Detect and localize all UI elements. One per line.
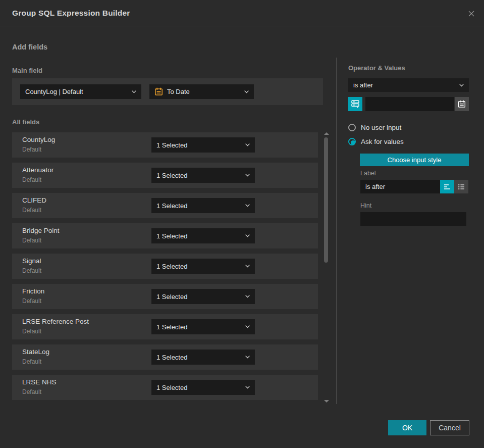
field-subtitle: Default: [22, 358, 41, 365]
field-name: LRSE NHS: [22, 378, 57, 386]
field-subtitle: Default: [22, 267, 41, 274]
close-icon: [467, 9, 476, 18]
chevron-down-icon: [245, 143, 250, 146]
field-name: LRSE Reference Post: [22, 318, 89, 325]
panel-divider: [336, 58, 337, 404]
chevron-down-icon: [244, 90, 249, 93]
input-style-single-toggle[interactable]: [440, 180, 454, 193]
field-values-selected: 1 Selected: [156, 293, 245, 301]
radio-no-user-input[interactable]: No user input: [348, 124, 401, 131]
main-field-label: Main field: [12, 67, 42, 74]
close-button[interactable]: [466, 8, 477, 19]
all-fields-label: All fields: [12, 118, 39, 126]
input-style-list-toggle[interactable]: [454, 180, 468, 193]
field-name: Attenuator: [22, 166, 53, 174]
chevron-down-icon: [245, 204, 250, 207]
field-row: Signal Default 1 Selected: [12, 254, 318, 279]
field-subtitle: Default: [22, 207, 41, 214]
ok-button[interactable]: OK: [388, 420, 426, 435]
field-subtitle: Default: [22, 146, 41, 153]
field-values-selected: 1 Selected: [156, 232, 245, 240]
field-values-select[interactable]: 1 Selected: [151, 168, 255, 183]
titlebar: Group SQL Expression Builder: [0, 0, 484, 26]
field-name: CountyLog: [22, 136, 55, 143]
field-row: CLIFED Default 1 Selected: [12, 193, 318, 218]
stacked-list-icon: [351, 100, 359, 108]
radio-selected-icon: [348, 138, 356, 145]
value-source-button[interactable]: [348, 97, 362, 111]
field-values-select[interactable]: 1 Selected: [151, 259, 255, 274]
radio-ask-for-values[interactable]: Ask for values: [348, 138, 404, 145]
field-values-selected: 1 Selected: [156, 141, 245, 149]
hint-input[interactable]: [360, 212, 466, 226]
operator-select-value: is after: [353, 81, 459, 89]
field-row: Bridge Point Default 1 Selected: [12, 223, 318, 248]
field-name: Signal: [22, 257, 41, 265]
field-values-select[interactable]: 1 Selected: [151, 350, 255, 365]
add-fields-heading: Add fields: [12, 43, 47, 51]
chevron-down-icon: [245, 174, 250, 177]
field-row: Friction Default 1 Selected: [12, 284, 318, 309]
field-values-select[interactable]: 1 Selected: [151, 137, 255, 153]
chevron-down-icon: [132, 90, 136, 93]
main-field-select[interactable]: CountyLog | Default: [20, 84, 141, 99]
date-picker-button[interactable]: [455, 97, 469, 111]
operator-select[interactable]: is after: [348, 78, 469, 92]
field-values-selected: 1 Selected: [156, 323, 245, 331]
align-left-icon: [444, 184, 451, 190]
calendar-icon: [154, 87, 163, 96]
field-row: StateLog Default 1 Selected: [12, 344, 318, 370]
main-field-select-value: CountyLog | Default: [25, 88, 132, 95]
field-row: LRSE Reference Post Default 1 Selected: [12, 314, 318, 339]
chevron-down-icon: [245, 386, 250, 389]
chevron-down-icon: [245, 234, 250, 237]
operator-values-heading: Operator & Values: [348, 64, 405, 72]
chevron-down-icon: [459, 84, 464, 87]
value-input[interactable]: [365, 97, 454, 111]
radio-circle-icon: [348, 124, 356, 131]
scrollbar-up-arrow-icon[interactable]: [324, 132, 329, 135]
field-values-select[interactable]: 1 Selected: [151, 228, 255, 243]
calendar-icon: [458, 100, 466, 108]
group-sql-expression-builder-dialog: Group SQL Expression Builder Add fields …: [0, 0, 484, 448]
label-caption: Label: [360, 170, 376, 177]
field-row: CountyLog Default 1 Selected: [12, 132, 318, 158]
field-subtitle: Default: [22, 328, 41, 335]
hint-caption: Hint: [360, 202, 371, 209]
field-subtitle: Default: [22, 297, 41, 305]
dialog-title: Group SQL Expression Builder: [12, 0, 130, 26]
field-row: Attenuator Default 1 Selected: [12, 163, 318, 188]
field-values-selected: 1 Selected: [156, 263, 245, 270]
scrollbar-down-arrow-icon[interactable]: [324, 400, 329, 403]
field-values-selected: 1 Selected: [156, 172, 245, 179]
field-row: LRSE NHS Default 1 Selected: [12, 375, 318, 400]
choose-input-style-button[interactable]: Choose input style: [360, 154, 469, 166]
field-values-selected: 1 Selected: [156, 384, 245, 391]
cancel-button[interactable]: Cancel: [430, 420, 469, 435]
main-field-date-value: To Date: [167, 88, 240, 95]
field-subtitle: Default: [22, 237, 41, 244]
chevron-down-icon: [245, 356, 250, 359]
main-field-date-select[interactable]: To Date: [149, 84, 254, 99]
field-name: Bridge Point: [22, 227, 60, 234]
label-input[interactable]: [360, 180, 440, 193]
field-values-select[interactable]: 1 Selected: [151, 289, 255, 304]
chevron-down-icon: [245, 325, 250, 328]
field-name: CLIFED: [22, 196, 46, 204]
field-values-selected: 1 Selected: [156, 202, 245, 210]
field-subtitle: Default: [22, 176, 41, 183]
radio-no-user-input-label: No user input: [361, 124, 401, 131]
chevron-down-icon: [245, 295, 250, 298]
field-name: StateLog: [22, 348, 49, 356]
field-values-select[interactable]: 1 Selected: [151, 198, 255, 213]
field-values-select[interactable]: 1 Selected: [151, 380, 255, 395]
field-values-selected: 1 Selected: [156, 354, 245, 361]
field-subtitle: Default: [22, 388, 41, 395]
field-values-select[interactable]: 1 Selected: [151, 319, 255, 334]
scrollbar-thumb[interactable]: [324, 137, 328, 263]
radio-ask-for-values-label: Ask for values: [361, 138, 404, 145]
field-name: Friction: [22, 287, 44, 295]
bulleted-list-icon: [458, 184, 465, 190]
chevron-down-icon: [245, 265, 250, 268]
